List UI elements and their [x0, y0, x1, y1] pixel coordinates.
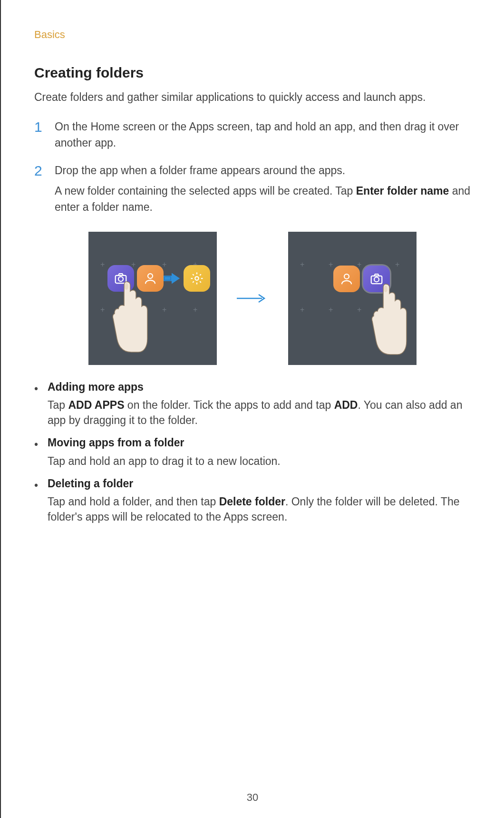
- pointing-hand-icon: [112, 277, 148, 353]
- document-page: Basics Creating folders Create folders a…: [0, 0, 504, 818]
- section-title: Creating folders: [34, 65, 471, 81]
- bullet-icon: •: [34, 435, 41, 468]
- illustration-panel-after: + + + + + + +: [288, 232, 417, 365]
- illustration-row: + + + + + + +: [34, 232, 471, 365]
- arrow-right-icon: [236, 294, 269, 303]
- bold-ui-label: Enter folder name: [356, 185, 449, 197]
- step-number: 1: [34, 119, 48, 151]
- drag-arrow-icon: [163, 272, 181, 285]
- page-number: 30: [247, 791, 258, 804]
- svg-point-6: [195, 276, 199, 280]
- step-text: Drop the app when a folder frame appears…: [55, 163, 471, 220]
- bold-ui-label: Delete folder: [219, 495, 285, 508]
- illustration-panel-before: + + + + + + +: [88, 232, 217, 365]
- bullet-deleting-folder: • Deleting a folder Tap and hold a folde…: [34, 476, 471, 525]
- bold-ui-label: ADD APPS: [68, 399, 124, 411]
- svg-point-2: [148, 274, 153, 278]
- bold-ui-label: ADD: [334, 399, 358, 411]
- step-text: On the Home screen or the Apps screen, t…: [55, 119, 471, 151]
- bullet-icon: •: [34, 476, 41, 525]
- step-1: 1 On the Home screen or the Apps screen,…: [34, 119, 471, 151]
- svg-point-9: [344, 274, 349, 279]
- chapter-header: Basics: [34, 29, 471, 41]
- contacts-app-icon: [333, 266, 360, 292]
- bullet-heading: Moving apps from a folder: [48, 435, 281, 450]
- bullet-moving-apps: • Moving apps from a folder Tap and hold…: [34, 435, 471, 468]
- svg-marker-4: [172, 273, 180, 284]
- step-2: 2 Drop the app when a folder frame appea…: [34, 163, 471, 220]
- settings-app-icon: [184, 265, 210, 292]
- svg-point-12: [384, 286, 388, 292]
- intro-paragraph: Create folders and gather similar applic…: [34, 89, 471, 105]
- pointing-hand-icon: [371, 279, 407, 355]
- bullet-icon: •: [34, 379, 41, 428]
- bullet-adding-apps: • Adding more apps Tap ADD APPS on the f…: [34, 379, 471, 428]
- bullet-heading: Adding more apps: [48, 379, 471, 394]
- step-number: 2: [34, 163, 48, 220]
- svg-point-7: [125, 283, 128, 290]
- bullet-heading: Deleting a folder: [48, 476, 471, 491]
